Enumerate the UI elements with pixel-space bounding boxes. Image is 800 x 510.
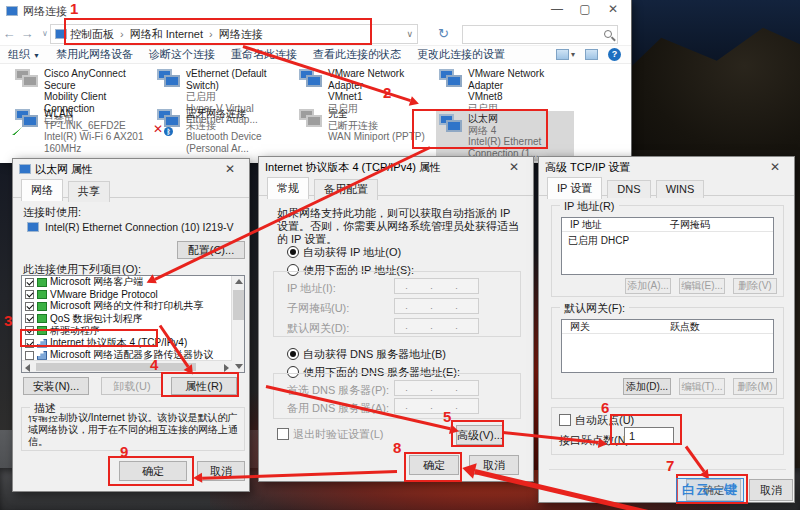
highlight-box-tcpipv4-item (20, 329, 158, 347)
list-view-icon (556, 49, 569, 60)
change-settings-button[interactable]: 更改此连接的设置 (417, 47, 505, 62)
close-icon[interactable]: ✕ (762, 160, 788, 174)
step-4-number: 4 (150, 356, 158, 373)
step-9-number: 9 (120, 443, 128, 460)
list-item[interactable]: VMware Bridge Protocol (22, 288, 244, 300)
dialog-titlebar[interactable]: 以太网 属性 ✕ (13, 159, 249, 179)
close-icon[interactable]: ✕ (217, 162, 243, 176)
step-1-number: 1 (70, 0, 78, 17)
adapter-wlan[interactable]: WLANTP-LINK_6EFD2EIntel(R) Wi-Fi 6 AX201… (14, 108, 152, 154)
adapter-pc-icon (438, 68, 464, 92)
step-5-number: 5 (443, 408, 451, 425)
network-connections-icon (6, 6, 18, 16)
disable-device-button[interactable]: 禁用此网络设备 (56, 47, 133, 62)
tab-dns[interactable]: DNS (607, 180, 650, 198)
cancel-button[interactable]: 取消 (749, 479, 793, 501)
checkbox-icon[interactable] (25, 314, 34, 323)
subnet-mask-field: . . . (394, 298, 479, 314)
description-label: 描述 (30, 401, 60, 416)
forward-icon[interactable]: → (18, 26, 36, 41)
adapter-name: Intel(R) Ethernet Connection (10) I219-V (45, 221, 234, 233)
delete-ip-button: 删除(V) (733, 278, 777, 294)
step-2-number: 2 (383, 84, 391, 101)
col-subnet-mask: 子网掩码 (662, 218, 762, 231)
tab-general[interactable]: 常规 (267, 177, 309, 199)
adapter-bluetooth[interactable]: ✕ᛒ 蓝牙网络连接未连接Bluetooth Device (Personal A… (156, 108, 294, 154)
scrollbar-thumb[interactable] (233, 290, 244, 320)
add-ip-button: 添加(A)... (625, 278, 671, 294)
checkbox-icon[interactable] (25, 302, 34, 311)
default-gateway-field: . . . (394, 318, 479, 334)
service-icon (37, 314, 47, 323)
checkbox-icon[interactable] (25, 278, 34, 287)
desktop: 网络连接 — ▢ ✕ ← → ∨ ↑ 控制面板 网络和 Internet 网络连… (0, 0, 800, 510)
col-gateway: 网关 (562, 320, 662, 333)
subnet-mask-label: 子网掩码(U): (287, 301, 349, 316)
checkbox-icon[interactable] (25, 351, 34, 360)
dialog-titlebar[interactable]: 高级 TCP/IP 设置 ✕ (539, 157, 794, 177)
gateways-list[interactable]: 网关 跃点数 (561, 319, 774, 373)
horizontal-scrollbar[interactable] (22, 360, 232, 372)
description-group: 描述 传输控制协议/Internet 协议。该协议是默认的广域网络协议，用于在不… (21, 407, 245, 451)
add-gateway-button[interactable]: 添加(D)... (623, 378, 671, 395)
tab-strip: 常规 备用配置 (259, 177, 533, 196)
dialog-title: 高级 TCP/IP 设置 (545, 160, 762, 175)
uninstall-button: 卸载(U) (101, 377, 163, 395)
view-status-button[interactable]: 查看此连接的状态 (313, 47, 401, 62)
list-item[interactable]: Microsoft 网络客户端 (22, 276, 244, 288)
refresh-icon[interactable]: ↻ (438, 26, 449, 41)
back-icon[interactable]: ← (0, 26, 18, 41)
tab-network[interactable]: 网络 (21, 179, 63, 201)
install-button[interactable]: 安装(N)... (23, 377, 89, 395)
scroll-up-icon[interactable] (235, 279, 243, 284)
checkbox-icon[interactable] (25, 290, 34, 299)
service-icon (37, 290, 47, 299)
minimize-button[interactable]: — (543, 0, 571, 20)
organize-caret-icon: ▼ (33, 52, 40, 59)
preview-pane-icon[interactable] (585, 49, 598, 60)
view-mode-button[interactable]: ▾ (556, 49, 575, 60)
close-icon[interactable]: ✕ (501, 160, 527, 174)
adapter-card-icon (27, 222, 39, 232)
address-dropdown-icon[interactable]: ∨ (406, 29, 413, 39)
list-item[interactable]: Microsoft 网络的文件和打印机共享 (22, 300, 244, 312)
tab-ip-settings[interactable]: IP 设置 (547, 177, 602, 199)
tab-wins[interactable]: WINS (656, 180, 705, 198)
search-icon (604, 30, 612, 38)
maximize-button[interactable]: ▢ (571, 0, 599, 20)
radio-auto-ip[interactable]: 自动获得 IP 地址(O) (287, 245, 401, 260)
help-icon[interactable]: ? (608, 48, 621, 61)
scroll-down-icon[interactable] (235, 364, 243, 369)
preferred-dns-field: . . . (394, 380, 479, 396)
list-item[interactable]: QoS 数据包计划程序 (22, 313, 244, 325)
dhcp-enabled-row[interactable]: 已启用 DHCP (562, 232, 773, 248)
diagnose-connection-button[interactable]: 诊断这个连接 (149, 47, 215, 62)
highlight-box-ethernet-adapter (412, 109, 548, 149)
col-ip-address: IP 地址 (562, 218, 662, 231)
highlight-box-eth-ok (108, 456, 194, 486)
adapter-vmnet8[interactable]: VMware Network AdapterVMnet8已启用 (438, 68, 576, 114)
scrollbar-thumb[interactable] (36, 363, 196, 371)
scroll-left-icon[interactable] (25, 364, 30, 372)
vertical-scrollbar[interactable] (231, 276, 244, 372)
close-button[interactable]: ✕ (599, 0, 627, 20)
organize-button[interactable]: 组织 ▼ (8, 47, 40, 62)
adapter-pc-icon (156, 68, 182, 92)
scroll-right-icon[interactable] (224, 364, 229, 372)
ethernet-properties-icon (19, 164, 31, 174)
ip-addresses-label: IP 地址(R) (560, 199, 619, 214)
dialog-titlebar[interactable]: Internet 协议版本 4 (TCP/IPv4) 属性 ✕ (259, 157, 533, 177)
highlight-box-ipv4-ok (404, 452, 462, 482)
highlight-box-metric-field (610, 414, 682, 445)
alternate-dns-field: . . . (394, 398, 479, 414)
tab-sharing[interactable]: 共享 (68, 181, 110, 202)
ip-addresses-list[interactable]: IP 地址 子网掩码 已启用 DHCP (561, 217, 774, 275)
radio-auto-dns[interactable]: 自动获得 DNS 服务器地址(B) (287, 347, 446, 362)
validate-settings-checkbox: 退出时验证设置(L) (277, 427, 383, 442)
connection-items-list[interactable]: Microsoft 网络客户端 VMware Bridge Protocol M… (21, 275, 245, 373)
search-input[interactable] (462, 25, 618, 44)
protocol-icon (37, 351, 47, 360)
dialog-title: 以太网 属性 (35, 162, 217, 177)
tab-strip: IP 设置 DNS WINS (539, 177, 794, 196)
connect-using-label: 连接时使用: (23, 205, 81, 220)
